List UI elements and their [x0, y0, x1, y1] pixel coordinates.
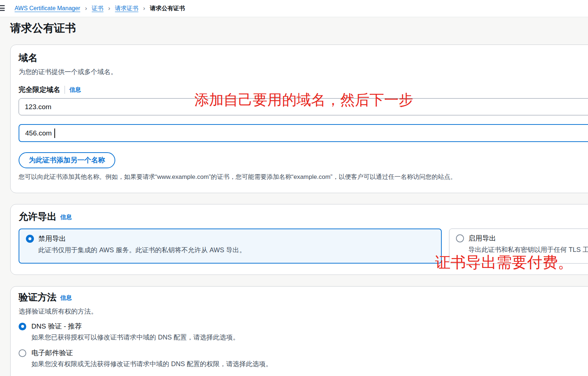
enable-export-label: 启用导出 — [468, 234, 496, 243]
add-another-name-button[interactable]: 为此证书添加另一个名称 — [19, 152, 115, 168]
domain-input-1-wrap — [19, 98, 588, 115]
email-validation-option: 电子邮件验证 如果您没有权限或无法获得修改证书请求中域的 DNS 配置的权限，请… — [19, 348, 588, 368]
radio-selected-icon[interactable] — [19, 323, 26, 330]
email-validation-label: 电子邮件验证 — [31, 348, 73, 358]
breadcrumb-request-link[interactable]: 请求证书 — [115, 5, 138, 12]
chevron-right-icon: › — [143, 5, 145, 12]
disable-export-head: 禁用导出 — [26, 234, 434, 243]
enable-export-description: 导出此证书和私有密钥以用于任何 TLS 工 — [468, 245, 588, 254]
dns-validation-radio-row[interactable]: DNS 验证 - 推荐 — [19, 322, 588, 331]
breadcrumb-certificates-link[interactable]: 证书 — [92, 5, 104, 12]
domain-input-1[interactable] — [19, 98, 588, 115]
export-card-title: 允许导出 — [19, 210, 57, 223]
menu-icon[interactable] — [0, 4, 5, 12]
page-title: 请求公有证书 — [10, 22, 588, 35]
label-divider — [65, 86, 65, 94]
breadcrumb-acm-link[interactable]: AWS Certificate Manager — [15, 5, 80, 12]
domain-input-2[interactable] — [19, 124, 588, 142]
fqdn-label-row: 完全限定域名 信息 — [19, 85, 588, 95]
domain-input-2-wrap — [19, 124, 588, 142]
disable-export-label: 禁用导出 — [38, 234, 66, 243]
dns-validation-label: DNS 验证 - 推荐 — [31, 322, 82, 331]
fqdn-label: 完全限定域名 — [19, 85, 60, 95]
dns-validation-option: DNS 验证 - 推荐 如果您已获得授权可以修改证书请求中域的 DNS 配置，请… — [19, 322, 588, 342]
breadcrumb: AWS Certificate Manager › 证书 › 请求证书 › 请求… — [15, 5, 185, 12]
text-cursor — [54, 128, 55, 138]
fqdn-info-link[interactable]: 信息 — [69, 86, 81, 94]
enable-export-head: 启用导出 — [456, 234, 588, 243]
allow-export-card: 允许导出信息 禁用导出 此证书仅用于集成的 AWS 服务。此证书的私钥将不允许从… — [10, 204, 588, 275]
domain-card-subtitle: 为您的证书提供一个或多个域名。 — [19, 68, 588, 76]
email-validation-radio-row[interactable]: 电子邮件验证 — [19, 348, 588, 358]
radio-selected-icon[interactable] — [26, 235, 34, 243]
domain-help-text: 您可以向此证书添加其他名称。例如，如果要请求“www.example.com”的… — [19, 173, 588, 181]
breadcrumb-current: 请求公有证书 — [150, 5, 185, 12]
export-info-link[interactable]: 信息 — [60, 214, 72, 220]
email-validation-description: 如果您没有权限或无法获得修改证书请求中域的 DNS 配置的权限，请选择此选项。 — [31, 360, 588, 368]
radio-unselected-icon[interactable] — [19, 349, 26, 357]
validation-card-title: 验证方法 — [19, 291, 57, 303]
validation-card-subtitle: 选择验证域所有权的方法。 — [19, 307, 588, 316]
breadcrumb-bar: AWS Certificate Manager › 证书 › 请求证书 › 请求… — [0, 0, 588, 17]
dns-validation-description: 如果您已获得授权可以修改证书请求中域的 DNS 配置，请选择此选项。 — [31, 333, 588, 342]
chevron-right-icon: › — [108, 5, 111, 12]
disable-export-description: 此证书仅用于集成的 AWS 服务。此证书的私钥将不允许从 AWS 导出。 — [38, 246, 434, 254]
radio-unselected-icon[interactable] — [456, 234, 464, 242]
domain-card-title: 域名 — [19, 51, 38, 64]
validation-info-link[interactable]: 信息 — [60, 295, 72, 301]
enable-export-tile[interactable]: 启用导出 导出此证书和私有密钥以用于任何 TLS 工 — [449, 229, 588, 264]
validation-method-card: 验证方法信息 选择验证域所有权的方法。 DNS 验证 - 推荐 如果您已获得授权… — [10, 286, 588, 376]
export-tiles: 禁用导出 此证书仅用于集成的 AWS 服务。此证书的私钥将不允许从 AWS 导出… — [19, 229, 588, 264]
disable-export-tile[interactable]: 禁用导出 此证书仅用于集成的 AWS 服务。此证书的私钥将不允许从 AWS 导出… — [19, 229, 442, 264]
chevron-right-icon: › — [85, 5, 87, 12]
domain-names-card: 域名 为您的证书提供一个或多个域名。 完全限定域名 信息 为此证书添加另一个名称… — [10, 45, 588, 193]
